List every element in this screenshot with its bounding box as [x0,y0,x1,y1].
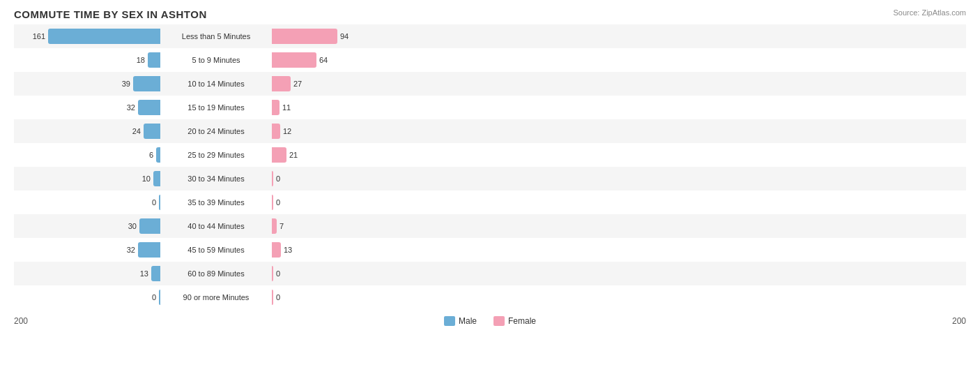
female-bar [272,124,280,139]
female-bar [272,195,273,210]
left-bar-container: 39 [14,76,160,91]
female-value: 0 [276,198,280,207]
male-value: 24 [132,127,141,135]
right-bar-container: 27 [272,76,418,91]
legend-male-box [444,316,455,326]
female-bar [272,29,337,44]
female-value: 13 [284,246,292,254]
right-bar-container: 12 [272,124,418,139]
right-bar-container: 11 [272,100,418,115]
bar-row: 0 35 to 39 Minutes 0 [14,191,966,214]
source-text: Source: ZipAtlas.com [893,8,966,17]
row-label: 35 to 39 Minutes [160,198,272,207]
right-bar-container: 0 [272,266,418,281]
female-bar [272,290,273,305]
female-bar [272,100,280,115]
male-value: 32 [127,246,135,254]
male-bar [138,242,160,258]
left-bar-container: 10 [14,171,160,186]
right-bar-container: 21 [272,147,418,163]
female-bar [272,218,277,234]
bar-row: 6 25 to 29 Minutes 21 [14,143,966,167]
male-bar [138,100,160,115]
row-label: 5 to 9 Minutes [160,56,272,64]
male-value: 30 [128,222,137,230]
bar-row: 161 Less than 5 Minutes 94 [14,24,966,48]
left-bar-container: 161 [14,29,160,44]
female-value: 27 [293,80,302,88]
male-value: 161 [33,32,45,40]
left-bar-container: 24 [14,124,160,139]
male-value: 6 [149,151,153,159]
male-value: 39 [122,80,130,88]
female-value: 12 [283,127,291,135]
bar-row: 39 10 to 14 Minutes 27 [14,72,966,96]
male-value: 0 [152,198,156,207]
female-value: 0 [276,174,280,183]
female-value: 94 [340,32,349,40]
row-label: 25 to 29 Minutes [160,151,272,159]
row-label: 15 to 19 Minutes [160,103,272,112]
female-bar [272,242,281,258]
female-bar [272,266,273,281]
bar-row: 32 15 to 19 Minutes 11 [14,96,966,119]
female-value: 0 [276,269,280,278]
left-bar-container: 30 [14,218,160,234]
male-bar [48,29,160,44]
left-bar-container: 32 [14,242,160,258]
right-bar-container: 0 [272,171,418,186]
right-bar-container: 0 [272,195,418,210]
legend-female-box [493,316,505,326]
bar-row: 32 45 to 59 Minutes 13 [14,238,966,262]
row-label: 30 to 34 Minutes [160,174,272,183]
female-value: 64 [319,56,328,64]
male-bar [148,52,160,68]
legend-male-label: Male [459,316,477,326]
male-bar [133,76,160,91]
row-label: 10 to 14 Minutes [160,80,272,88]
male-value: 10 [142,174,151,183]
male-bar [139,218,160,234]
bar-row: 0 90 or more Minutes 0 [14,285,966,309]
male-value: 0 [152,293,156,301]
axis-right-val: 200 [952,316,966,326]
row-label: 45 to 59 Minutes [160,246,272,254]
row-label: Less than 5 Minutes [160,32,272,40]
right-bar-container: 64 [272,52,418,68]
female-value: 0 [276,293,280,301]
male-value: 18 [137,56,145,64]
male-value: 13 [140,269,148,278]
female-value: 7 [280,222,284,230]
legend-male: Male [444,316,477,326]
male-value: 32 [127,103,135,112]
male-bar [151,266,160,281]
female-bar [272,76,291,91]
male-bar [144,124,160,139]
female-bar [272,147,286,163]
bar-row: 24 20 to 24 Minutes 12 [14,119,966,143]
row-label: 60 to 89 Minutes [160,269,272,278]
chart-area: 161 Less than 5 Minutes 94 18 5 to 9 Min… [14,24,966,315]
row-label: 20 to 24 Minutes [160,127,272,135]
bar-row: 10 30 to 34 Minutes 0 [14,167,966,191]
chart-container: COMMUTE TIME BY SEX IN ASHTON Source: Zi… [0,0,980,365]
female-value: 11 [282,103,291,112]
axis-left-val: 200 [14,316,28,326]
chart-title: COMMUTE TIME BY SEX IN ASHTON [14,8,966,20]
bar-row: 30 40 to 44 Minutes 7 [14,214,966,238]
left-bar-container: 18 [14,52,160,68]
legend-female-label: Female [508,316,536,326]
left-bar-container: 6 [14,147,160,163]
right-bar-container: 94 [272,29,418,44]
row-label: 90 or more Minutes [160,293,272,301]
right-bar-container: 7 [272,218,418,234]
female-bar [272,171,273,186]
row-label: 40 to 44 Minutes [160,222,272,230]
bar-row: 18 5 to 9 Minutes 64 [14,48,966,72]
left-bar-container: 32 [14,100,160,115]
legend-female: Female [493,316,536,326]
left-bar-container: 0 [14,195,160,210]
bottom-row: 200 Male Female 200 [14,316,966,326]
right-bar-container: 0 [272,290,418,305]
right-bar-container: 13 [272,242,418,258]
